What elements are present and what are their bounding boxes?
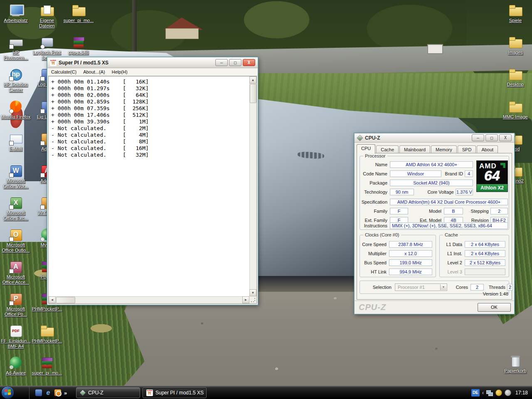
- superpi-output-line: + 000h 00m 01.297s [ 32K]: [51, 85, 249, 92]
- update-tray-icon[interactable]: [505, 389, 511, 396]
- htlink-field: 994.9 MHz: [389, 268, 432, 275]
- minimize-button[interactable]: —: [215, 59, 228, 66]
- cores-label: Cores: [452, 284, 468, 291]
- codename-label: Code Name: [361, 171, 387, 177]
- desktop-icon-hp-photosmart[interactable]: HP Photosma...: [0, 35, 31, 61]
- tab-cache[interactable]: Cache: [376, 145, 399, 153]
- clocks-groupbox: Clocks (Core #0) Core Speed 2387.8 MHz M…: [360, 235, 436, 277]
- tab-about[interactable]: About: [477, 145, 498, 153]
- menu-calculate[interactable]: Calculate(C): [48, 69, 80, 74]
- desktop-icon-pdf-einladung[interactable]: PDF FF_Einladun... BMF A4: [0, 324, 31, 349]
- taskbar-button-superpi[interactable]: SUPER π Super PI / mod1.5 XS: [143, 387, 207, 398]
- excel-glyph: X: [8, 196, 24, 209]
- desktop-icon-access[interactable]: A Microsoft Office Acce...: [0, 260, 31, 285]
- superpi-output-area: + 000h 00m 01.140s [ 16K] + 000h 00m 01.…: [48, 76, 257, 304]
- word-icon: W: [8, 164, 24, 177]
- globe-icon: [8, 356, 24, 369]
- desktop-icon-label: Microsoft Office Exc...: [0, 210, 31, 221]
- tab-mainboard[interactable]: Mainboard: [399, 145, 430, 153]
- scroll-up-button[interactable]: ▲: [249, 76, 256, 84]
- tab-memory[interactable]: Memory: [431, 145, 457, 153]
- archive-icon: [71, 35, 86, 49]
- horizontal-scrollbar[interactable]: ◄ ►: [49, 296, 249, 303]
- internet-explorer-icon[interactable]: e: [45, 389, 52, 396]
- desktop-icon-label: Ad-Aware: [0, 370, 31, 376]
- threads-field: 2: [507, 284, 513, 291]
- clocks-group-label: Clocks (Core #0): [363, 232, 401, 237]
- desktop-icon-superpi-folder[interactable]: super_pi_mo...: [63, 3, 94, 23]
- menu-about[interactable]: About...(A): [80, 69, 108, 74]
- close-button[interactable]: X: [243, 59, 255, 66]
- desktop-icon-arbeitsplatz[interactable]: Arbeitsplatz: [0, 3, 31, 23]
- desktop-icon-word[interactable]: W Microsoft Office Wor...: [0, 164, 31, 189]
- superpi-icon-pi: π: [50, 60, 57, 65]
- scroll-right-button[interactable]: ►: [242, 296, 249, 303]
- desktop-icon-images[interactable]: Images: [500, 35, 531, 55]
- desktop-icon-desktop-folder[interactable]: Desktop: [500, 67, 531, 87]
- desktop-icon-label: Microsoft Office Po...: [0, 306, 31, 317]
- horizontal-scroll-thumb[interactable]: [56, 297, 75, 303]
- desktop-icon-phmpocket-2[interactable]: PHMPocketP...: [32, 324, 62, 344]
- globe-tray-icon[interactable]: [495, 389, 502, 396]
- superpi-window-title: Super PI / mod1.5 XS: [59, 60, 213, 66]
- maximize-button[interactable]: □: [229, 59, 241, 66]
- ok-button[interactable]: OK: [478, 303, 511, 312]
- desktop-icon-eigene-dateien[interactable]: Eigene Dateien: [32, 3, 62, 29]
- desktop-icon-label: Mozilla Firefox: [0, 114, 31, 120]
- quicklaunch-app-icon[interactable]: [35, 389, 42, 396]
- tab-spd[interactable]: SPD: [458, 145, 476, 153]
- clock-app-icon[interactable]: [54, 389, 61, 396]
- cpuz-window: CPU-Z — □ X CPU Cache Mainboard Memory S…: [354, 133, 515, 314]
- busspeed-label: Bus Speed: [361, 260, 387, 266]
- desktop-icon-spiele[interactable]: Spiele: [500, 3, 531, 23]
- desktop-icon-label: MMC Image: [500, 114, 531, 120]
- vertical-scroll-thumb[interactable]: [250, 84, 256, 103]
- desktop-icon-mmc-image[interactable]: MMC Image: [500, 100, 531, 120]
- wallpaper-road-sign: [427, 44, 443, 54]
- cpuz-icon: [79, 389, 86, 396]
- start-button[interactable]: [1, 386, 14, 399]
- cache-groupbox: Cache L1 Data 2 x 64 KBytes L1 Inst. 2 x…: [439, 235, 509, 277]
- desktop-icon-adaware[interactable]: Ad-Aware: [0, 356, 31, 376]
- superpi-titlebar[interactable]: SUPER π Super PI / mod1.5 XS — □ X: [47, 57, 258, 68]
- taskbar-button-cpuz[interactable]: CPU-Z: [76, 387, 140, 398]
- desktop-icon-outlook[interactable]: O Microsoft Office Outlo...: [0, 228, 31, 253]
- scroll-down-button[interactable]: ▼: [249, 289, 256, 296]
- minimize-button[interactable]: —: [472, 134, 484, 141]
- desktop-icon-superpi-rar[interactable]: super_pi_mo...: [32, 356, 62, 376]
- spec-field: AMD Athlon(tm) 64 X2 Dual Core Processor…: [390, 199, 508, 205]
- desktop-icon-cpuz-archive[interactable]: cpu-z-148: [63, 35, 94, 55]
- resize-grip[interactable]: [249, 296, 256, 303]
- chevron-down-icon[interactable]: ▼: [440, 284, 446, 290]
- desktop-icon-firefox[interactable]: Mozilla Firefox: [0, 100, 31, 120]
- vertical-scrollbar[interactable]: ▲ ▼: [249, 76, 256, 296]
- cpuz-titlebar[interactable]: CPU-Z — □ X: [355, 133, 514, 143]
- chevron-right-icon[interactable]: »: [64, 390, 67, 396]
- archive-icon: [39, 356, 55, 369]
- cpuz-tab-strip: CPU Cache Mainboard Memory SPD About: [357, 144, 512, 153]
- scroll-left-button[interactable]: ◄: [49, 296, 56, 303]
- superpi-output-line: + 000h 00m 02.859s [ 128K]: [51, 99, 249, 105]
- threads-label: Threads: [485, 284, 505, 291]
- folder-icon: [39, 324, 55, 337]
- language-indicator[interactable]: DE: [471, 389, 480, 397]
- chevron-left-icon[interactable]: ‹: [482, 390, 484, 396]
- desktop-icon-email[interactable]: E-Mail: [0, 132, 31, 152]
- desktop-icon-powerpoint[interactable]: P Microsoft Office Po...: [0, 292, 31, 317]
- htlink-label: HT Link: [361, 269, 387, 275]
- maximize-button[interactable]: □: [485, 134, 498, 141]
- superpi-output-line: + 000h 00m 17.406s [ 512K]: [51, 112, 249, 118]
- hp-glyph: hp: [8, 67, 24, 81]
- technology-label: Technology: [361, 189, 387, 195]
- tab-cpu[interactable]: CPU: [357, 144, 375, 153]
- folder-icon: [507, 35, 523, 49]
- desktop-icon-hp-solution-center[interactable]: hp HP Solution Center: [0, 67, 31, 93]
- level3-label: Level 3: [441, 269, 462, 275]
- menu-help[interactable]: Help(H): [108, 69, 131, 74]
- network-icon[interactable]: [486, 389, 493, 396]
- close-button[interactable]: X: [499, 134, 512, 141]
- desktop-icon-papierkorb[interactable]: Papierkorb: [500, 354, 531, 374]
- processor-select[interactable]: Processor #1 ▼: [395, 283, 447, 291]
- instructions-field: MMX (+), 3DNow! (+), SSE, SSE2, SSE3, x8…: [390, 222, 508, 229]
- desktop-icon-excel[interactable]: X Microsoft Office Exc...: [0, 196, 31, 221]
